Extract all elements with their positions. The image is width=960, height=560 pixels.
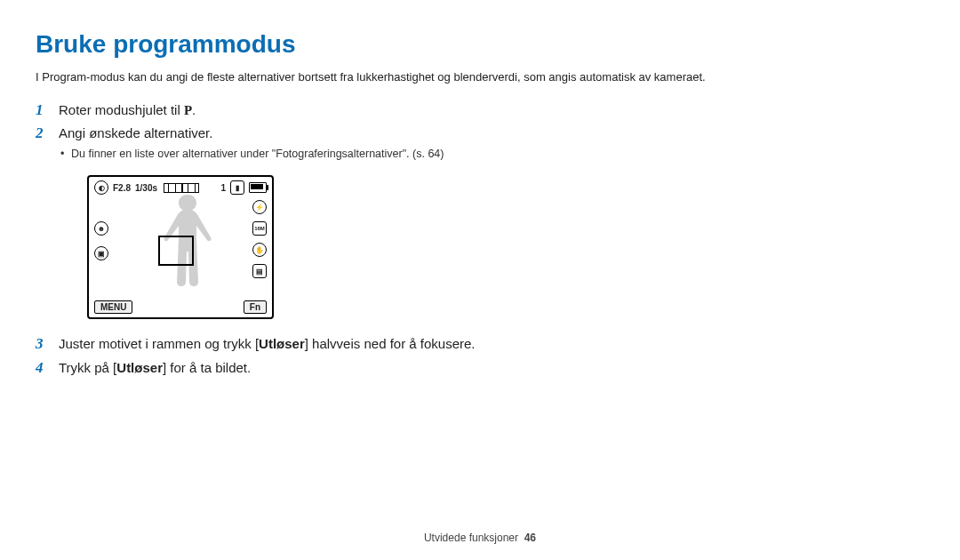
flash-icon: ⚡: [252, 200, 267, 214]
step-4: 4 Trykk på [Utløser] for å ta bildet.: [36, 359, 587, 377]
focus-frame-icon: [158, 236, 194, 266]
shot-count: 1: [220, 183, 226, 193]
manual-page: Bruke programmodus I Program-modus kan d…: [0, 0, 960, 560]
fn-button[interactable]: Fn: [244, 300, 267, 314]
step-number: 4: [36, 359, 50, 377]
shutter-value: 1/30s: [135, 183, 157, 193]
battery-icon: [249, 182, 267, 193]
aperture-value: F2.8: [113, 183, 131, 193]
face-detect-icon: ☻: [94, 221, 108, 236]
step-number: 2: [36, 124, 50, 161]
camera-screenshot: ◐ F2.8 1/30s 1: [87, 175, 274, 319]
drive-icon: ▤: [252, 264, 267, 278]
step-text: Roter modushjulet til P.: [59, 101, 587, 119]
page-number: 46: [524, 532, 536, 544]
step-1: 1 Roter modushjulet til P.: [36, 101, 587, 119]
step-2: 2 Angi ønskede alternativer. Du finner e…: [36, 124, 587, 161]
mode-p-symbol: P: [184, 103, 192, 117]
step-list: 1 Roter modushjulet til P. 2 Angi ønsked…: [36, 101, 587, 377]
step-text: Angi ønskede alternativer. Du finner en …: [59, 124, 587, 161]
menu-button[interactable]: MENU: [94, 300, 132, 314]
step-number: 3: [36, 335, 50, 353]
ev-scale-icon: [164, 183, 199, 193]
mode-icon: ◐: [94, 180, 108, 195]
stabilizer-icon: ✋: [252, 243, 267, 257]
shutter-key-label: Utløser: [259, 336, 305, 351]
shutter-key-label: Utløser: [116, 360, 163, 375]
step-number: 1: [36, 101, 50, 119]
page-title: Bruke programmodus: [36, 30, 924, 59]
step-sub-bullet: Du finner en liste over alternativer und…: [59, 147, 587, 162]
step-text: Trykk på [Utløser] for å ta bildet.: [59, 359, 587, 377]
metering-icon: ▣: [94, 246, 108, 260]
step-text: Juster motivet i rammen og trykk [Utløse…: [59, 335, 587, 353]
intro-paragraph: I Program-modus kan du angi de fleste al…: [36, 70, 924, 84]
page-footer: Utvidede funksjoner 46: [0, 532, 960, 544]
card-icon: ▮: [230, 180, 244, 195]
step-3: 3 Juster motivet i rammen og trykk [Utlø…: [36, 335, 587, 353]
size-icon: 16M: [252, 221, 267, 236]
footer-section: Utvidede funksjoner: [424, 532, 518, 544]
